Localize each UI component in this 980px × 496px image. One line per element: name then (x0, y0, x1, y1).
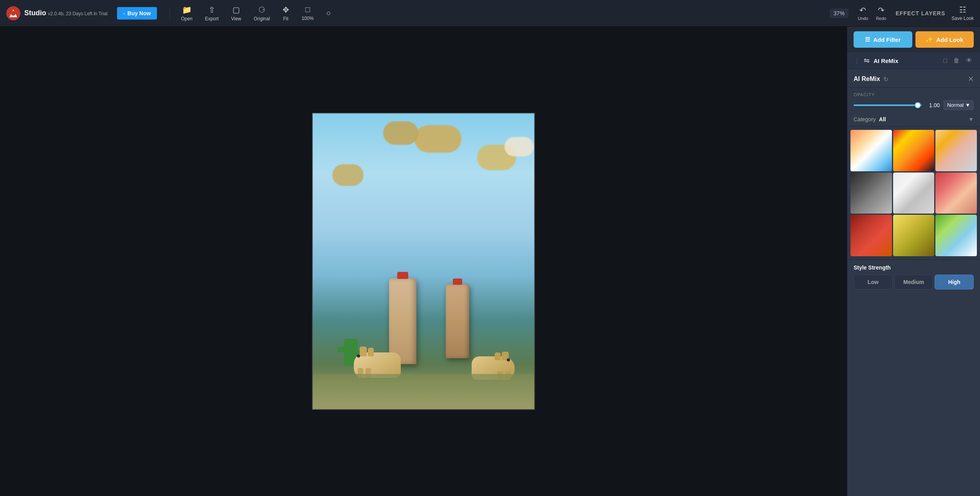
effect-layers-label: EFFECT LAYERS (895, 10, 945, 16)
style-thumb-7[interactable] (850, 215, 892, 256)
style-thumb-5[interactable] (893, 173, 935, 214)
opacity-row: OPACITY 1.00 Normal ▼ (847, 88, 980, 112)
style-thumb-9[interactable] (935, 215, 977, 256)
layer-row-ai-remix: ⋮ ⇋ AI ReMix □ 🗑 👁 (847, 52, 980, 69)
redo-icon: ↷ (878, 5, 885, 15)
circle-tool-button[interactable]: ○ (321, 7, 335, 19)
fit-button[interactable]: ✥ Fit (278, 4, 294, 23)
wand-icon: ✨ (926, 36, 933, 43)
cloud-2 (383, 121, 418, 145)
add-filter-button[interactable]: ☰ Add Filter (854, 31, 912, 48)
style-thumb-3[interactable] (935, 130, 977, 171)
canvas-image (312, 113, 535, 410)
export-icon: ⇧ (209, 5, 215, 14)
layer-actions: □ 🗑 👁 (942, 56, 974, 65)
export-button[interactable]: ⇧ Export (200, 4, 223, 23)
category-chevron-icon: ▼ (968, 116, 974, 122)
drag-handle-icon[interactable]: ⋮ (854, 57, 860, 65)
opacity-label: OPACITY (854, 92, 974, 97)
svg-point-2 (11, 11, 16, 16)
strength-high-button[interactable]: High (935, 275, 974, 289)
delete-layer-button[interactable]: 🗑 (952, 56, 961, 65)
save-look-button[interactable]: ☷ Save Look (951, 5, 974, 21)
style-grid (847, 127, 980, 259)
canvas-area (0, 27, 847, 496)
image-icon: ⚆ (258, 5, 265, 14)
remix-layer-icon: ⇋ (864, 56, 870, 65)
remix-reset-button[interactable]: ↻ (883, 75, 888, 83)
add-look-button[interactable]: ✨ Add Look (915, 31, 974, 48)
style-thumb-8[interactable] (893, 215, 935, 256)
cloud-4 (332, 164, 364, 186)
view-button[interactable]: ▢ View (226, 4, 246, 23)
external-link-icon: ◦ (123, 10, 125, 16)
bottle-left (389, 278, 416, 364)
category-label: Category (854, 116, 876, 122)
style-thumb-1[interactable] (850, 130, 892, 171)
main-content: ☰ Add Filter ✨ Add Look ⋮ ⇋ AI ReMix □ 🗑… (0, 27, 980, 496)
opacity-slider[interactable] (854, 101, 922, 109)
zoom-display: 37% (830, 9, 848, 18)
undo-icon: ↶ (859, 5, 866, 15)
opacity-thumb[interactable] (915, 102, 921, 108)
original-button[interactable]: ⚆ Original (249, 4, 274, 23)
remix-detail-panel: AI ReMix ↻ ✕ OPACITY 1.00 Normal ▼ (847, 69, 980, 496)
app-version: v2.0.4b, 23 Days Left in Trial (48, 11, 107, 16)
undo-redo-group: ↶ Undo ↷ Redo (855, 4, 890, 22)
zoom-icon: □ (305, 5, 310, 14)
filter-icon: ☰ (865, 36, 870, 43)
folder-icon: 📁 (182, 5, 192, 14)
strength-medium-button[interactable]: Medium (894, 275, 933, 289)
style-thumb-2[interactable] (893, 130, 935, 171)
app-name: Studio (24, 9, 46, 17)
remix-close-button[interactable]: ✕ (968, 75, 974, 83)
style-strength-section: Style Strength Low Medium High (847, 259, 980, 294)
opacity-controls: 1.00 Normal ▼ (854, 100, 974, 110)
style-strength-label: Style Strength (854, 264, 974, 271)
undo-button[interactable]: ↶ Undo (855, 4, 871, 22)
remix-panel-title: AI ReMix ↻ (854, 75, 968, 83)
strength-low-button[interactable]: Low (854, 275, 893, 289)
bottle-cap-right (453, 279, 462, 285)
logo-area: Studio v2.0.4b, 23 Days Left in Trial (6, 6, 108, 20)
fit-icon: ✥ (283, 5, 289, 14)
view-icon: ▢ (232, 5, 240, 14)
strength-buttons: Low Medium High (854, 275, 974, 289)
category-value: All (879, 116, 886, 122)
open-button[interactable]: 📁 Open (176, 4, 197, 23)
redo-button[interactable]: ↷ Redo (873, 4, 889, 22)
logo-icon (6, 6, 20, 20)
chevron-down-icon: ▼ (965, 102, 970, 108)
category-row[interactable]: Category All ▼ (847, 112, 980, 127)
bottle-right (446, 284, 469, 358)
buy-now-button[interactable]: ◦ Buy Now (117, 7, 157, 20)
toolbar: Studio v2.0.4b, 23 Days Left in Trial ◦ … (0, 0, 980, 27)
toolbar-right: 37% ↶ Undo ↷ Redo EFFECT LAYERS ☷ Save L… (830, 4, 974, 22)
cloud-5 (504, 137, 534, 156)
style-thumb-6[interactable] (935, 173, 977, 214)
duplicate-layer-button[interactable]: □ (942, 56, 949, 65)
remix-panel-header: AI ReMix ↻ ✕ (847, 69, 980, 88)
toolbar-separator (169, 6, 170, 20)
panel-header: ☰ Add Filter ✨ Add Look (847, 27, 980, 52)
save-look-icon: ☷ (959, 5, 966, 14)
surface-reflection (313, 358, 534, 409)
visibility-layer-button[interactable]: 👁 (964, 56, 974, 65)
opacity-value: 1.00 (926, 102, 940, 108)
bottle-cap-left (397, 272, 408, 279)
opacity-track (854, 104, 922, 106)
style-thumb-4[interactable] (850, 173, 892, 214)
circle-icon: ○ (326, 9, 331, 18)
effect-panel: ☰ Add Filter ✨ Add Look ⋮ ⇋ AI ReMix □ 🗑… (847, 27, 980, 496)
blend-mode-select[interactable]: Normal ▼ (944, 100, 974, 110)
zoom-100-button[interactable]: □ 100% (297, 4, 319, 23)
cloud-1 (414, 125, 461, 153)
layer-name-label: AI ReMix (874, 58, 938, 64)
